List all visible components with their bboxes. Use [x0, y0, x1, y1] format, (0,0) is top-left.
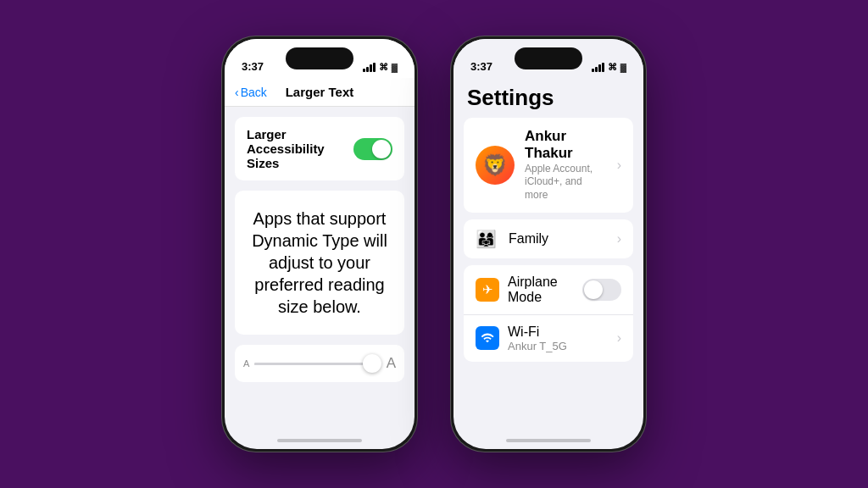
- battery-icon-2: ▓: [620, 63, 626, 72]
- status-time-1: 3:37: [242, 60, 264, 73]
- text-size-slider[interactable]: [254, 363, 381, 365]
- slider-thumb[interactable]: [363, 354, 381, 373]
- back-button[interactable]: ‹ Back: [235, 86, 267, 99]
- accessibility-toggle[interactable]: [353, 138, 392, 160]
- status-icons-2: ⌘ ▓: [592, 62, 626, 73]
- accessibility-label: Larger Accessibility Sizes: [247, 127, 353, 170]
- nav-title-1: Larger Text: [286, 85, 354, 99]
- battery-icon-1: ▓: [392, 63, 398, 72]
- wifi-icon-bg: [476, 326, 499, 350]
- nav-bar-1: ‹ Back Larger Text: [225, 78, 415, 107]
- wifi-icon-1: ⌘: [379, 62, 388, 73]
- back-chevron-icon: ‹: [235, 86, 239, 99]
- profile-avatar: 🦁: [476, 146, 515, 185]
- family-section: 👨‍👩‍👧 Family ›: [464, 219, 633, 258]
- accessibility-toggle-row[interactable]: Larger Accessibility Sizes: [235, 117, 404, 180]
- family-item[interactable]: 👨‍👩‍👧 Family ›: [464, 219, 633, 258]
- home-indicator-2: [506, 439, 591, 442]
- settings-page: Settings 🦁 AnkurThakur Apple Account, iC…: [453, 78, 643, 449]
- wifi-symbol-icon: [481, 331, 494, 345]
- profile-row[interactable]: 🦁 AnkurThakur Apple Account, iCloud+, an…: [464, 118, 633, 213]
- wifi-label: Wi-Fi: [508, 324, 539, 339]
- status-time-2: 3:37: [470, 60, 492, 73]
- signal-icon-2: [592, 63, 604, 72]
- family-chevron-icon: ›: [617, 231, 621, 247]
- profile-name: AnkurThakur: [525, 128, 607, 163]
- text-size-slider-area: A A: [235, 345, 404, 382]
- slider-label-small: A: [243, 358, 249, 369]
- status-icons-1: ⌘ ▓: [363, 62, 398, 73]
- slider-label-large: A: [387, 355, 396, 372]
- accessibility-section: Larger Accessibility Sizes: [235, 117, 404, 180]
- phone-2: 3:37 ⌘ ▓ Settings 🦁: [451, 36, 646, 452]
- profile-chevron-icon: ›: [617, 158, 621, 173]
- back-label: Back: [241, 86, 267, 99]
- dynamic-island-2: [515, 47, 582, 69]
- airplane-toggle-knob: [584, 280, 603, 299]
- settings-title: Settings: [453, 78, 643, 118]
- family-emoji-icon: 👨‍👩‍👧: [476, 229, 497, 249]
- wifi-content: Wi-Fi Ankur T_5G: [508, 324, 609, 352]
- airplane-mode-item[interactable]: ✈ Airplane Mode: [464, 265, 633, 315]
- wifi-chevron-icon: ›: [617, 330, 621, 346]
- airplane-label: Airplane Mode: [508, 274, 558, 304]
- wifi-icon-2: ⌘: [608, 62, 617, 73]
- home-indicator-1: [277, 439, 362, 442]
- family-label: Family: [509, 231, 548, 246]
- description-text: Apps that support Dynamic Type will adju…: [247, 208, 392, 318]
- description-section: Apps that support Dynamic Type will adju…: [235, 191, 404, 335]
- family-content: Family: [509, 231, 609, 247]
- airplane-toggle[interactable]: [582, 279, 621, 301]
- toggle-knob: [372, 140, 391, 158]
- dynamic-island-1: [286, 47, 353, 69]
- network-section: ✈ Airplane Mode: [464, 265, 633, 362]
- wifi-network-name: Ankur T_5G: [508, 340, 609, 352]
- airplane-icon-bg: ✈: [476, 278, 499, 302]
- profile-subtitle: Apple Account, iCloud+, and more: [525, 163, 607, 202]
- profile-section[interactable]: 🦁 AnkurThakur Apple Account, iCloud+, an…: [464, 118, 633, 213]
- profile-info: AnkurThakur Apple Account, iCloud+, and …: [525, 128, 607, 202]
- phone-1: 3:37 ⌘ ▓ ‹ Back Larger Text: [222, 36, 417, 452]
- airplane-content: Airplane Mode: [508, 274, 574, 305]
- profile-emoji: 🦁: [482, 153, 508, 177]
- wifi-item[interactable]: Wi-Fi Ankur T_5G ›: [464, 315, 633, 362]
- slider-fill: [254, 363, 362, 365]
- signal-icon-1: [363, 63, 376, 72]
- airplane-icon: ✈: [482, 282, 493, 297]
